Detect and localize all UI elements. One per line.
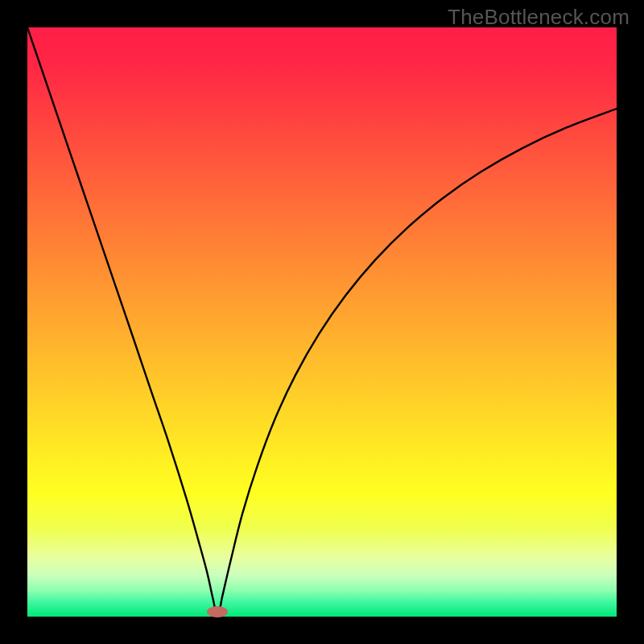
chart-svg xyxy=(27,27,617,617)
chart-plot-area xyxy=(27,27,617,617)
chart-background xyxy=(27,27,617,617)
watermark-text: TheBottleneck.com xyxy=(448,5,630,30)
